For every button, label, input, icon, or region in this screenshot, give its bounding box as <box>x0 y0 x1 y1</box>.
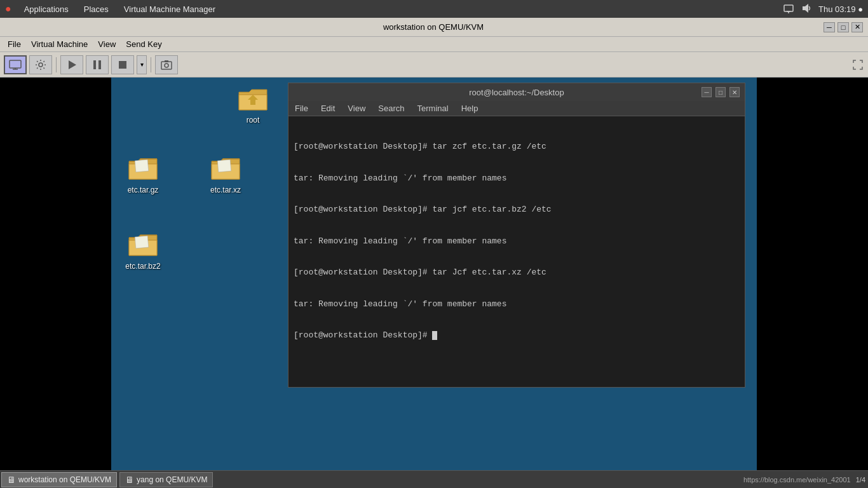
taskbar: 🖥 workstation on QEMU/KVM 🖥 yang on QEMU… <box>0 470 868 488</box>
svg-rect-26 <box>135 236 148 248</box>
desktop-icon-root[interactable]: root <box>227 84 278 125</box>
toolbar-settings-btn[interactable] <box>29 55 52 74</box>
etctarxz-icon <box>210 154 241 184</box>
term-line-7: [root@workstation Desktop]# <box>294 329 740 342</box>
svg-rect-14 <box>165 60 168 62</box>
toolbar-pause-btn[interactable] <box>86 55 109 74</box>
restore-button[interactable]: □ <box>837 22 849 32</box>
taskbar-icon-yang: 🖥 <box>125 475 134 485</box>
clock: Thu 03:19 ● <box>818 4 863 14</box>
desktop-icon-etctargz[interactable]: etc.tar.gz <box>118 154 168 194</box>
vm-manager-menu[interactable]: Virtual Machine Manager <box>121 3 218 15</box>
terminal-body[interactable]: [root@workstation Desktop]# tar zcf etc.… <box>288 116 745 387</box>
vm-menubar: File Virtual Machine View Send Key <box>0 37 868 52</box>
terminal-minimize-btn[interactable]: ─ <box>702 87 712 97</box>
etctarxz-label: etc.tar.xz <box>210 186 241 194</box>
term-line-1: [root@workstation Desktop]# tar zcf etc.… <box>294 140 740 153</box>
toolbar-sep-1 <box>56 57 57 72</box>
etctarbz2-icon <box>128 230 158 261</box>
svg-rect-11 <box>119 61 126 69</box>
vm-window: workstation on QEMU/KVM ─ □ ✕ File Virtu… <box>0 18 868 488</box>
toolbar-dropdown: ▾ <box>137 55 147 74</box>
system-bar-left: ● Applications Places Virtual Machine Ma… <box>5 3 218 15</box>
taskbar-label-workstation: workstation on QEMU/KVM <box>18 475 111 484</box>
etctarbz2-label: etc.tar.bz2 <box>125 262 160 271</box>
network-icon <box>783 3 794 16</box>
vm-desktop: root <box>0 78 868 488</box>
applications-menu[interactable]: Applications <box>22 3 71 15</box>
system-bar-right: Thu 03:19 ● <box>783 3 863 16</box>
close-button[interactable]: ✕ <box>851 22 863 32</box>
term-menu-search[interactable]: Search <box>376 102 407 114</box>
menu-virtual-machine[interactable]: Virtual Machine <box>26 38 93 50</box>
term-menu-view[interactable]: View <box>345 102 368 114</box>
taskbar-item-yang[interactable]: 🖥 yang on QEMU/KVM <box>119 472 213 487</box>
vm-title: workstation on QEMU/KVM <box>43 22 824 32</box>
toolbar-dropdown-btn[interactable]: ▾ <box>137 55 147 74</box>
term-line-5: [root@workstation Desktop]# tar Jcf etc.… <box>294 266 740 279</box>
svg-point-7 <box>39 63 43 67</box>
toolbar-expand-btn[interactable] <box>851 58 864 71</box>
terminal-menubar: File Edit View Search Terminal Help <box>288 101 745 116</box>
svg-marker-8 <box>69 60 76 69</box>
desktop-icon-etctarbz2[interactable]: etc.tar.bz2 <box>118 230 168 271</box>
terminal-title: root@localhost:~/Desktop <box>332 88 702 97</box>
vm-toolbar: ▾ <box>0 52 868 78</box>
terminal-close-btn[interactable]: ✕ <box>729 87 740 97</box>
audio-icon <box>801 3 812 16</box>
vm-titlebar: workstation on QEMU/KVM ─ □ ✕ <box>0 18 868 37</box>
taskbar-item-workstation[interactable]: 🖥 workstation on QEMU/KVM <box>1 472 117 487</box>
term-menu-terminal[interactable]: Terminal <box>415 102 451 114</box>
taskbar-label-yang: yang on QEMU/KVM <box>137 475 207 484</box>
terminal-window-controls[interactable]: ─ □ ✕ <box>702 87 740 97</box>
menu-file[interactable]: File <box>3 38 26 50</box>
root-folder-icon <box>238 84 268 114</box>
term-line-4: tar: Removing leading `/' from member na… <box>294 235 740 248</box>
desktop-content: root <box>111 78 757 488</box>
svg-rect-0 <box>784 5 793 11</box>
minimize-button[interactable]: ─ <box>824 22 835 32</box>
taskbar-url: https://blog.csdn.me/weixin_42001 <box>743 476 856 484</box>
svg-marker-3 <box>803 4 808 13</box>
etctargz-icon <box>128 154 158 184</box>
svg-rect-16 <box>250 100 255 105</box>
terminal-window: root@localhost:~/Desktop ─ □ ✕ File Edit… <box>288 83 745 388</box>
toolbar-screenshot-btn[interactable] <box>155 55 178 74</box>
svg-rect-9 <box>93 60 96 69</box>
places-menu[interactable]: Places <box>81 3 111 15</box>
svg-rect-25 <box>217 159 231 172</box>
terminal-restore-btn[interactable]: □ <box>715 87 726 97</box>
red-dot: ● <box>5 3 11 15</box>
term-line-6: tar: Removing leading `/' from member na… <box>294 298 740 311</box>
terminal-titlebar: root@localhost:~/Desktop ─ □ ✕ <box>288 83 745 101</box>
term-menu-file[interactable]: File <box>292 102 311 114</box>
desktop-icon-etctarxz[interactable]: etc.tar.xz <box>200 154 251 194</box>
toolbar-stop-btn[interactable] <box>111 55 134 74</box>
toolbar-sep-2 <box>151 57 151 72</box>
term-line-3: [root@workstation Desktop]# tar jcf etc.… <box>294 203 740 216</box>
terminal-cursor <box>432 331 437 340</box>
toolbar-play-btn[interactable] <box>60 55 83 74</box>
vm-window-controls[interactable]: ─ □ ✕ <box>824 22 863 32</box>
svg-rect-10 <box>98 60 101 69</box>
term-menu-help[interactable]: Help <box>459 102 481 114</box>
menu-view[interactable]: View <box>93 38 121 50</box>
term-menu-edit[interactable]: Edit <box>318 102 337 114</box>
svg-point-13 <box>165 64 168 67</box>
system-bar: ● Applications Places Virtual Machine Ma… <box>0 0 868 18</box>
root-label: root <box>247 116 260 125</box>
menu-send-key[interactable]: Send Key <box>121 38 166 50</box>
taskbar-page: 1/4 <box>856 476 868 484</box>
svg-rect-4 <box>10 60 21 68</box>
svg-rect-24 <box>135 159 148 172</box>
toolbar-screen-btn[interactable] <box>4 55 27 74</box>
etctargz-label: etc.tar.gz <box>128 186 159 194</box>
term-line-2: tar: Removing leading `/' from member na… <box>294 172 740 185</box>
taskbar-icon-workstation: 🖥 <box>7 475 16 485</box>
svg-rect-12 <box>161 62 172 69</box>
